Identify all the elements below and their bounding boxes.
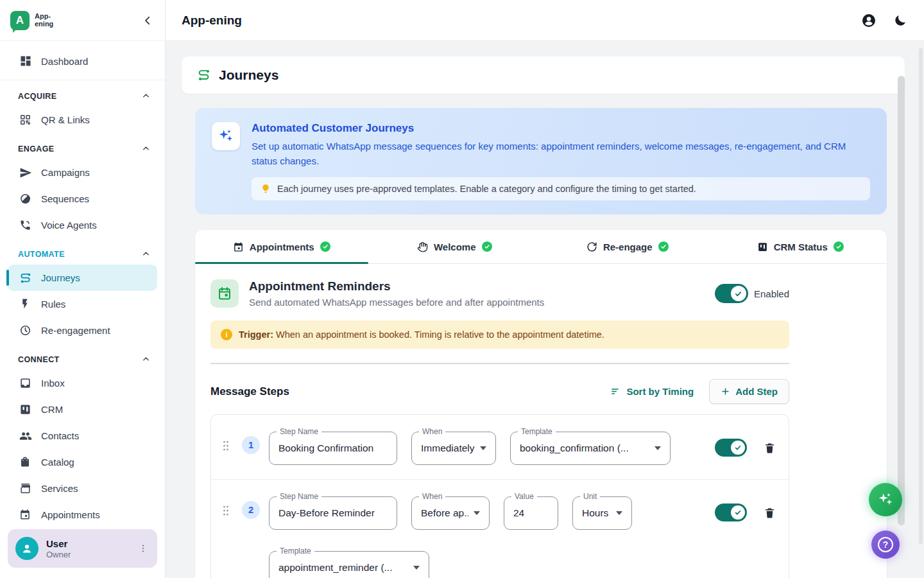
field-label: Unit [580, 492, 600, 501]
tab-re-engage[interactable]: Re-engage [541, 230, 714, 263]
page-scrollbar[interactable] [919, 48, 923, 544]
content-scrollbar[interactable] [898, 76, 905, 525]
delete-step-icon[interactable] [764, 442, 776, 454]
field-label: When [419, 492, 445, 501]
tab-welcome[interactable]: Welcome [368, 230, 542, 263]
tab-label: CRM Status [774, 241, 828, 252]
value-input[interactable] [513, 507, 549, 519]
people-icon [19, 430, 32, 442]
section-connect[interactable]: CONNECT [8, 344, 157, 370]
banner-title: Automated Customer Journeys [252, 122, 870, 135]
journeys-banner: Automated Customer Journeys Set up autom… [195, 108, 887, 215]
sidebar-item-label: CRM [41, 404, 63, 415]
bolt-icon [19, 298, 32, 311]
dark-mode-moon-icon[interactable] [893, 13, 907, 28]
drag-handle-icon[interactable] [221, 504, 230, 517]
steps-list: 1 Step Name When Immediately [210, 414, 789, 578]
kanban-icon [757, 241, 768, 252]
toggle-check-icon [731, 441, 745, 455]
delete-step-icon[interactable] [764, 507, 776, 519]
shopping-bag-icon [19, 456, 32, 469]
sidebar-item-contacts[interactable]: Contacts [8, 423, 157, 449]
info-icon: i [221, 329, 232, 340]
check-badge-icon [320, 241, 330, 252]
drag-handle-icon[interactable] [221, 439, 230, 452]
calendar-icon [19, 509, 32, 521]
tab-crm-status[interactable]: CRM Status [714, 230, 887, 263]
step-name-field[interactable]: Step Name [269, 432, 397, 465]
value-field[interactable]: Value [504, 496, 558, 530]
step-enabled-toggle[interactable] [715, 439, 747, 457]
wave-hand-icon [417, 241, 428, 252]
user-name: User [46, 538, 128, 549]
step-name-input[interactable] [278, 507, 388, 519]
section-acquire[interactable]: ACQUIRE [8, 80, 157, 107]
sidebar-nav: Dashboard ACQUIRE QR & Links ENGAGE Camp… [0, 41, 165, 521]
sidebar-item-voice-agents[interactable]: Voice Agents [8, 212, 157, 238]
journey-subtitle: Send automated WhatsApp messages before … [249, 297, 705, 308]
chevron-down-icon [654, 446, 661, 450]
scroll-region: Automated Customer Journeys Set up autom… [182, 108, 905, 578]
chevron-up-icon [141, 91, 151, 101]
tab-label: Welcome [434, 241, 476, 252]
section-automate[interactable]: AUTOMATE [8, 238, 157, 265]
account-icon[interactable] [861, 13, 877, 28]
sidebar-item-services[interactable]: Services [8, 475, 157, 502]
chevron-down-icon [616, 511, 622, 515]
half-circle-icon [19, 193, 32, 206]
user-role: Owner [46, 550, 128, 559]
add-step-button[interactable]: Add Step [709, 379, 789, 404]
user-menu-icon[interactable] [135, 541, 151, 556]
field-label: Template [277, 547, 314, 556]
sidebar-item-journeys[interactable]: Journeys [8, 265, 157, 291]
storefront-icon [19, 482, 32, 495]
send-icon [19, 166, 32, 179]
trigger-banner: i Trigger: When an appointment is booked… [210, 320, 789, 349]
template-select[interactable]: Template appointment_reminder (... [269, 551, 429, 578]
sidebar-item-qr-links[interactable]: QR & Links [8, 107, 157, 133]
sidebar-item-rules[interactable]: Rules [8, 291, 157, 317]
sidebar-item-catalog[interactable]: Catalog [8, 449, 157, 475]
sidebar: A App- ening Dashboard ACQUIRE QR & Lin [0, 0, 166, 578]
route-icon [197, 68, 211, 82]
plus-icon [721, 387, 730, 396]
template-select[interactable]: Template booking_confirmation (... [510, 432, 671, 465]
step-enabled-toggle[interactable] [715, 504, 747, 521]
field-label: Template [518, 427, 556, 436]
sidebar-item-label: Voice Agents [41, 220, 97, 231]
user-avatar [15, 537, 38, 560]
sidebar-item-re-engagement[interactable]: Re-engagement [8, 317, 157, 344]
tab-label: Appointments [250, 241, 314, 252]
step-fields: Step Name When Immediately Template book… [269, 428, 697, 465]
when-select[interactable]: When Before ap... [411, 496, 490, 530]
section-engage[interactable]: ENGAGE [8, 133, 157, 159]
unit-select[interactable]: Unit Hours [572, 496, 632, 530]
sidebar-item-sequences[interactable]: Sequences [8, 186, 157, 212]
sort-by-timing-button[interactable]: Sort by Timing [610, 386, 694, 397]
chevron-down-icon [413, 566, 420, 570]
when-select[interactable]: When Immediately [411, 432, 496, 465]
sidebar-item-label: QR & Links [41, 114, 90, 125]
step-name-input[interactable] [278, 442, 388, 454]
sidebar-item-appointments[interactable]: Appointments [8, 502, 157, 521]
sort-icon [610, 386, 621, 397]
page-title: Journeys [219, 67, 278, 83]
sidebar-item-campaigns[interactable]: Campaigns [8, 159, 157, 186]
topbar: App-ening [166, 0, 924, 41]
journey-enabled-toggle[interactable] [715, 284, 748, 303]
enable-control: Enabled [715, 284, 789, 303]
sidebar-item-label: Dashboard [41, 56, 88, 67]
clock-icon [19, 324, 32, 337]
help-fab[interactable]: ? [871, 530, 900, 559]
calendar-icon [233, 241, 244, 252]
ai-assistant-fab[interactable] [869, 483, 902, 516]
collapse-sidebar-icon[interactable] [142, 15, 153, 26]
user-card[interactable]: User Owner [8, 529, 157, 568]
sidebar-item-crm[interactable]: CRM [8, 396, 157, 423]
step-row: 1 Step Name When Immediately [211, 415, 789, 479]
tab-appointments[interactable]: Appointments [195, 230, 368, 263]
sidebar-item-dashboard[interactable]: Dashboard [8, 46, 157, 76]
toggle-check-icon [731, 505, 745, 520]
sidebar-item-inbox[interactable]: Inbox [8, 370, 157, 396]
step-name-field[interactable]: Step Name [269, 496, 397, 530]
